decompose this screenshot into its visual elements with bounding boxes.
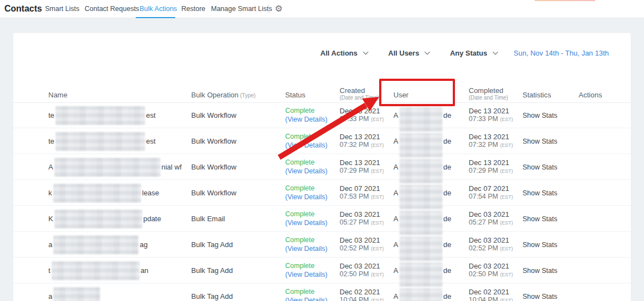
date-range-picker[interactable]: Sun, Nov 14th - Thu, Jan 13th [514,49,609,57]
created-time-value: 07:33 PM [340,115,369,123]
completed-time: 07:33 PM (EST) [469,115,513,124]
tab-manage-smart-lists[interactable]: Manage Smart Lists [211,0,272,18]
view-details-link[interactable]: (View Details) [285,141,327,150]
cell-status: Complete(View Details) [285,232,327,258]
created-time-value: 07:29 PM [340,167,369,174]
user-prefix: A [393,292,398,300]
table-row: aBulk Tag AddComplete(View Details)Dec 0… [13,283,631,301]
redacted-user-blur [399,262,442,287]
created-time: 07:29 PM (EST) [340,167,384,176]
completed-date: Dec 03 2021 [469,262,509,271]
view-details-link[interactable]: (View Details) [285,116,327,124]
completed-timezone: (EST) [500,272,513,277]
cell-user: Ade [393,154,451,180]
show-stats-link[interactable]: Show Stats [523,189,557,197]
show-stats-link[interactable]: Show Stats [523,215,557,223]
column-header-label: Status [285,91,306,99]
cell-name: teest [48,102,156,128]
cell-completed: Dec 13 202107:32 PM (EST) [469,128,513,154]
completed-time-value: 02:52 PM [469,244,498,252]
completed-time: 02:50 PM (EST) [469,270,513,280]
redacted-user-blur [399,237,442,261]
view-details-link[interactable]: (View Details) [285,271,327,280]
redacted-user-blur [399,288,442,301]
cell-created: Dec 13 202107:33 PM (EST) [340,102,384,128]
redacted-name-blur [53,236,138,254]
created-date: Dec 13 2021 [340,133,380,141]
redacted-user-blur [399,185,442,209]
redacted-user-blur [399,211,442,235]
cell-statistics: Show Stats [523,180,557,206]
tab-restore[interactable]: Restore [181,0,206,18]
redacted-name-blur [55,132,145,151]
completed-date: Dec 03 2021 [469,210,509,219]
column-header-status: Status [285,91,306,99]
cell-completed: Dec 02 202110:04 PM (EST) [469,283,513,301]
completed-time-value: 05:27 PM [469,218,498,226]
any-status-label: Any Status [450,49,487,57]
redacted-user-blur [399,107,442,132]
show-stats-link[interactable]: Show Stats [523,267,557,275]
user-prefix: A [393,240,398,249]
top-accent-strip [535,0,595,1]
view-details-link[interactable]: (View Details) [285,297,327,301]
chevron-down-icon [363,49,368,54]
cell-created: Dec 03 202102:50 PM (EST) [340,258,384,283]
show-stats-link[interactable]: Show Stats [523,138,557,145]
cell-completed: Dec 03 202102:52 PM (EST) [469,232,513,258]
cell-status: Complete(View Details) [285,102,327,128]
show-stats-link[interactable]: Show Stats [523,112,557,119]
table-row: Anial wfBulk WorkflowComplete(View Detai… [13,154,631,180]
created-date: Dec 13 2021 [340,158,380,167]
view-details-link[interactable]: (View Details) [285,219,327,228]
view-details-link[interactable]: (View Details) [285,167,327,176]
cell-statistics: Show Stats [523,283,557,301]
any-status-dropdown[interactable]: Any Status [450,49,497,57]
created-time-value: 05:27 PM [340,218,369,226]
user-suffix: de [443,240,451,249]
view-details-link[interactable]: (View Details) [285,245,327,254]
status-complete-label: Complete [285,107,315,116]
tab-contact-requests[interactable]: Contact Requests [85,0,139,18]
status-complete-label: Complete [285,288,315,297]
user-suffix: de [443,292,451,300]
bulk-actions-card: All Actions All Users Any Status Sun, No… [13,33,631,301]
column-header-actions: Actions [579,91,602,99]
show-stats-link[interactable]: Show Stats [523,293,557,300]
completed-timezone: (EST) [500,220,513,226]
cell-status: Complete(View Details) [285,154,327,180]
cell-created: Dec 07 202107:53 PM (EST) [340,180,384,206]
cell-user: Ade [393,258,451,283]
cell-completed: Dec 03 202102:50 PM (EST) [469,258,513,283]
show-stats-link[interactable]: Show Stats [523,241,557,249]
all-actions-dropdown[interactable]: All Actions [320,49,367,57]
created-date: Dec 07 2021 [340,184,380,193]
all-users-dropdown[interactable]: All Users [388,49,429,57]
cell-name: Kpdate [48,206,161,232]
user-prefix: A [393,163,398,171]
name-prefix: A [48,163,53,171]
view-details-link[interactable]: (View Details) [285,193,327,202]
completed-time-value: 02:50 PM [469,270,498,278]
tab-smart-lists[interactable]: Smart Lists [45,0,80,18]
completed-time: 07:29 PM (EST) [469,167,513,176]
cell-name: a [48,283,101,301]
completed-timezone: (EST) [500,246,513,251]
cell-bulk-operation: Bulk Workflow [191,128,236,154]
table-row: kleaseBulk WorkflowComplete(View Details… [13,180,631,206]
column-header-statistics: Statistics [523,91,551,99]
tab-bulk-actions[interactable]: Bulk Actions [140,0,177,18]
settings-gear-icon[interactable]: ⚙ [275,0,282,17]
cell-bulk-operation: Bulk Workflow [191,154,236,180]
chevron-down-icon [492,49,498,54]
user-suffix: de [443,137,451,145]
user-suffix: de [443,215,451,223]
cell-completed: Dec 07 202107:54 PM (EST) [469,180,513,206]
cell-status: Complete(View Details) [285,283,327,301]
cell-completed: Dec 13 202107:29 PM (EST) [469,154,513,180]
completed-time-value: 07:32 PM [469,141,498,149]
cell-user: Ade [393,283,451,301]
column-header-name: Name [48,91,68,99]
completed-date: Dec 02 2021 [469,288,509,297]
show-stats-link[interactable]: Show Stats [523,163,557,171]
